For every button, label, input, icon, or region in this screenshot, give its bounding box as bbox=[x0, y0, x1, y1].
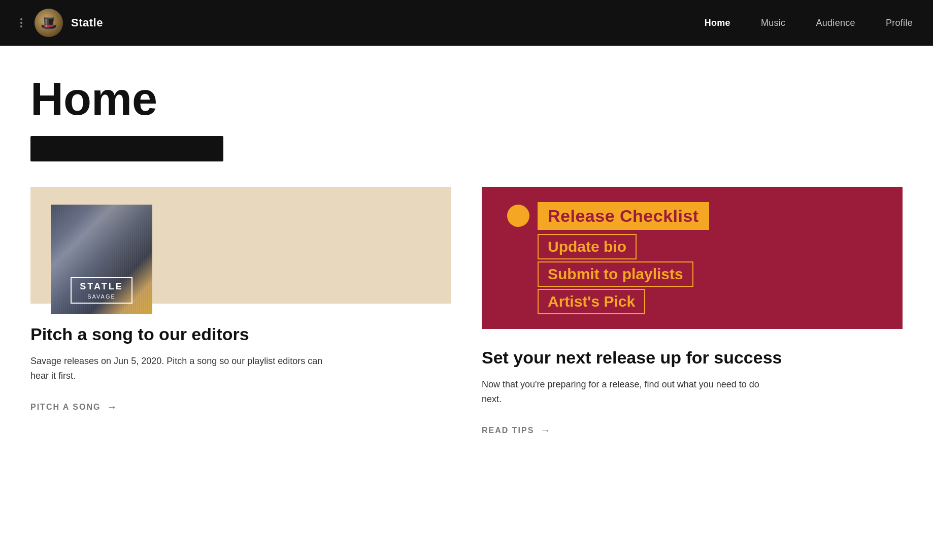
read-tips-link[interactable]: READ TIPS → bbox=[482, 424, 903, 436]
read-tips-label: READ TIPS bbox=[482, 426, 534, 435]
checklist-title-text: Release Checklist bbox=[548, 206, 699, 225]
redacted-bar bbox=[30, 136, 223, 161]
right-card-title: Set your next release up for success bbox=[482, 347, 903, 368]
pitch-song-arrow: → bbox=[107, 401, 118, 413]
release-banner: Release Checklist Update bio Submit to p… bbox=[482, 187, 903, 329]
left-card-title: Pitch a song to our editors bbox=[30, 324, 451, 345]
nav-link-profile[interactable]: Profile bbox=[886, 18, 913, 28]
nav-link-audience[interactable]: Audience bbox=[816, 18, 855, 28]
checklist-item-2: Artist's Pick bbox=[538, 289, 645, 314]
pitch-song-label: PITCH A SONG bbox=[30, 403, 101, 412]
left-card-description: Savage releases on Jun 5, 2020. Pitch a … bbox=[30, 354, 325, 383]
nav-link-home[interactable]: Home bbox=[705, 18, 730, 28]
cards-grid: STATLE SAVAGE Pitch a song to our editor… bbox=[30, 187, 903, 436]
right-card-description: Now that you're preparing for a release,… bbox=[482, 377, 776, 407]
checklist-item-text-1: Submit to playlists bbox=[548, 266, 683, 282]
album-cover: STATLE SAVAGE bbox=[51, 205, 152, 314]
navbar-left: 🎩 Statle bbox=[20, 9, 103, 37]
nav-link-music[interactable]: Music bbox=[761, 18, 786, 28]
checklist-items: Update bio Submit to playlists Artist's … bbox=[507, 234, 877, 314]
left-card: STATLE SAVAGE Pitch a song to our editor… bbox=[30, 187, 451, 436]
checklist-item-1: Submit to playlists bbox=[538, 261, 693, 287]
album-title-box: STATLE SAVAGE bbox=[71, 277, 132, 304]
avatar-image: 🎩 bbox=[35, 9, 63, 37]
pitch-song-link[interactable]: PITCH A SONG → bbox=[30, 401, 451, 413]
main-content: Home STATLE SAVAGE Pitch a song to our e… bbox=[0, 46, 933, 467]
checklist-item-0: Update bio bbox=[538, 234, 637, 259]
checklist-title-box: Release Checklist bbox=[538, 202, 709, 230]
checklist-item-text-0: Update bio bbox=[548, 238, 626, 255]
read-tips-arrow: → bbox=[540, 424, 551, 436]
menu-dots-icon[interactable] bbox=[20, 18, 22, 27]
avatar[interactable]: 🎩 bbox=[35, 9, 63, 37]
orange-circle-icon bbox=[507, 205, 529, 227]
album-banner: STATLE SAVAGE bbox=[30, 187, 451, 304]
checklist-container: Release Checklist Update bio Submit to p… bbox=[507, 202, 877, 314]
brand-name: Statle bbox=[71, 16, 103, 29]
left-card-body: Pitch a song to our editors Savage relea… bbox=[30, 304, 451, 413]
right-card: Release Checklist Update bio Submit to p… bbox=[482, 187, 903, 436]
right-card-body: Set your next release up for success Now… bbox=[482, 329, 903, 436]
page-title: Home bbox=[30, 76, 903, 122]
album-subtitle-text: SAVAGE bbox=[80, 293, 123, 300]
navbar-links: Home Music Audience Profile bbox=[705, 18, 913, 28]
album-cover-art: STATLE SAVAGE bbox=[51, 205, 152, 314]
checklist-header-row: Release Checklist bbox=[507, 202, 877, 230]
navbar: 🎩 Statle Home Music Audience Profile bbox=[0, 0, 933, 46]
album-title-text: STATLE bbox=[80, 281, 123, 292]
checklist-item-text-2: Artist's Pick bbox=[548, 293, 635, 310]
